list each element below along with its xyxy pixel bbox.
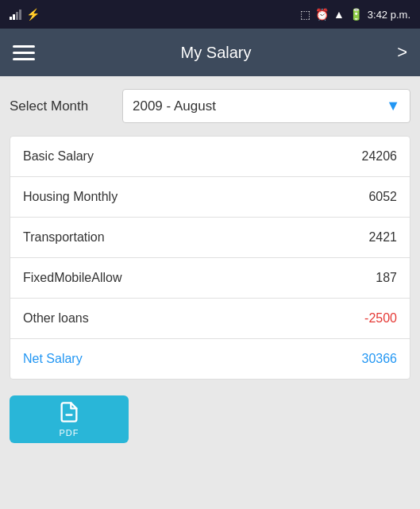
row-value-basic-salary: 24206 bbox=[362, 149, 398, 164]
main-content: Select Month 2009 - August ▼ Basic Salar… bbox=[0, 76, 420, 456]
header: My Salary > bbox=[0, 29, 420, 76]
row-value-transportation: 2421 bbox=[368, 230, 397, 245]
row-label-mobile-allow: FixedMobileAllow bbox=[23, 271, 122, 285]
table-row: Other loans -2500 bbox=[10, 299, 410, 339]
status-time: 3:42 p.m. bbox=[368, 9, 410, 21]
table-row: Basic Salary 24206 bbox=[10, 137, 410, 177]
row-label-net-salary: Net Salary bbox=[23, 352, 83, 366]
table-row: Transportation 2421 bbox=[10, 218, 410, 258]
usb-icon: ⚡ bbox=[26, 8, 40, 21]
battery-icon: 🔋 bbox=[349, 8, 363, 21]
row-value-other-loans: -2500 bbox=[364, 311, 397, 326]
status-bar: ⚡ ⬚ ⏰ ▲ 🔋 3:42 p.m. bbox=[0, 0, 420, 29]
page-title: My Salary bbox=[181, 44, 252, 62]
status-left: ⚡ bbox=[10, 8, 40, 21]
row-label-housing: Housing Monthly bbox=[23, 190, 118, 204]
row-label-basic-salary: Basic Salary bbox=[23, 149, 94, 164]
next-button[interactable]: > bbox=[397, 42, 407, 63]
signal-icon bbox=[10, 9, 21, 20]
select-month-label: Select Month bbox=[10, 98, 113, 114]
pdf-export-button[interactable]: PDF bbox=[10, 395, 129, 443]
row-label-other-loans: Other loans bbox=[23, 311, 89, 326]
screen-rotate-icon: ⬚ bbox=[300, 8, 310, 21]
row-label-transportation: Transportation bbox=[23, 230, 105, 245]
month-dropdown-value: 2009 - August bbox=[133, 98, 216, 114]
hamburger-menu[interactable] bbox=[13, 45, 35, 60]
table-row-net: Net Salary 30366 bbox=[10, 339, 410, 379]
month-dropdown[interactable]: 2009 - August ▼ bbox=[122, 89, 410, 123]
pdf-button-label: PDF bbox=[60, 428, 79, 438]
row-value-mobile-allow: 187 bbox=[376, 271, 397, 285]
row-value-housing: 6052 bbox=[368, 190, 397, 204]
table-row: FixedMobileAllow 187 bbox=[10, 258, 410, 299]
row-value-net-salary: 30366 bbox=[362, 352, 398, 366]
pdf-icon bbox=[58, 401, 80, 426]
wifi-icon: ▲ bbox=[333, 8, 345, 21]
table-row: Housing Monthly 6052 bbox=[10, 177, 410, 218]
status-right: ⬚ ⏰ ▲ 🔋 3:42 p.m. bbox=[300, 8, 410, 21]
alarm-icon: ⏰ bbox=[315, 8, 329, 21]
dropdown-arrow-icon: ▼ bbox=[386, 98, 400, 114]
select-month-row: Select Month 2009 - August ▼ bbox=[10, 89, 410, 123]
salary-table: Basic Salary 24206 Housing Monthly 6052 … bbox=[10, 136, 410, 380]
